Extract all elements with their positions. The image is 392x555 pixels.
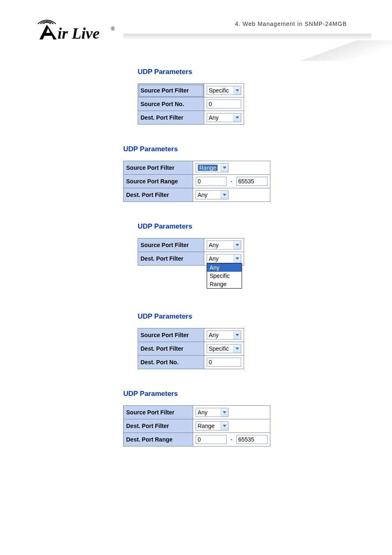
udp-panel-open-dropdown: UDP Parameters Source Port Filter Any De… <box>138 222 337 292</box>
cell-source-port-range: 0 <box>193 175 230 188</box>
cell-source-port-filter: Specific <box>204 84 244 97</box>
svg-text:ir Live: ir Live <box>58 25 99 42</box>
source-port-filter-select[interactable]: Range <box>196 163 228 172</box>
label-source-port-range: Source Port Range <box>124 175 193 188</box>
select-value: Any <box>209 332 219 338</box>
udp-panel-range-source: UDP Parameters Source Port Filter Range … <box>123 145 337 202</box>
label-dest-port-filter: Dest. Port Filter <box>138 111 204 125</box>
select-value: Any <box>198 409 208 416</box>
label-dest-port-filter: Dest. Port Filter <box>124 419 193 433</box>
source-port-range-high-input[interactable]: 65535 <box>236 177 267 186</box>
source-port-range-low-input[interactable]: 0 <box>196 177 227 186</box>
chevron-down-icon <box>221 408 228 416</box>
cell-source-port-filter: Any <box>204 328 244 342</box>
cell-source-port-filter: Any <box>204 238 244 252</box>
select-value: Any <box>209 242 219 248</box>
label-source-port-filter: Source Port Filter <box>124 161 193 175</box>
option-range[interactable]: Range <box>207 280 242 288</box>
brand-logo: ir Live ® <box>29 12 115 45</box>
source-port-filter-select[interactable]: Any <box>196 408 228 417</box>
source-port-no-input[interactable]: 0 <box>207 99 241 109</box>
chevron-down-icon <box>233 86 241 95</box>
select-value: Specific <box>209 87 229 94</box>
option-any[interactable]: Any <box>207 264 242 272</box>
dest-port-filter-select[interactable]: Any <box>207 254 241 263</box>
select-value: Range <box>198 164 218 171</box>
params-table: Source Port Filter Any Dest. Port Filter… <box>123 405 270 446</box>
dest-port-range-high-input[interactable]: 65535 <box>236 435 267 444</box>
label-dest-port-range: Dest. Port Range <box>124 433 193 446</box>
params-table: Source Port Filter Range Source Port Ran… <box>123 161 270 202</box>
header-divider <box>123 34 371 40</box>
label-source-port-filter: Source Port Filter <box>138 328 204 342</box>
content-area: UDP Parameters Source Port Filter Specif… <box>123 68 337 467</box>
label-source-port-no: Source Port No. <box>138 97 204 111</box>
chapter-header: 4. Web Management in SNMP-24MGB <box>235 21 347 27</box>
chevron-down-icon <box>221 164 228 172</box>
dest-port-filter-select[interactable]: Range <box>196 421 228 430</box>
cell-dest-port-filter: Any Any Specific Range <box>204 252 244 266</box>
select-value: Specific <box>209 345 229 352</box>
udp-panel-specific-source: UDP Parameters Source Port Filter Specif… <box>138 68 337 125</box>
header-accent <box>269 40 392 61</box>
dest-port-filter-select[interactable]: Any <box>196 190 228 199</box>
select-value: Any <box>209 114 219 121</box>
dest-port-no-input[interactable]: 0 <box>207 358 241 367</box>
params-table: Source Port Filter Any Dest. Port Filter… <box>138 238 244 266</box>
section-title: UDP Parameters <box>123 145 337 153</box>
label-dest-port-filter: Dest. Port Filter <box>138 342 204 356</box>
cell-dest-port-no: 0 <box>204 356 244 369</box>
params-table: Source Port Filter Specific Source Port … <box>138 83 244 125</box>
label-source-port-filter: Source Port Filter <box>138 84 204 97</box>
cell-source-port-no: 0 <box>204 97 244 111</box>
chevron-down-icon <box>233 241 241 249</box>
dest-port-filter-options[interactable]: Any Specific Range <box>207 263 242 289</box>
option-specific[interactable]: Specific <box>207 272 242 280</box>
chevron-down-icon <box>221 191 228 199</box>
label-source-port-filter: Source Port Filter <box>124 406 193 419</box>
udp-panel-specific-dest: UDP Parameters Source Port Filter Any De… <box>138 312 337 369</box>
document-page: 4. Web Management in SNMP-24MGB ir Live … <box>0 0 392 555</box>
cell-dest-port-range-high: 65535 <box>234 433 270 446</box>
select-value: Any <box>209 255 219 262</box>
source-port-filter-select[interactable]: Specific <box>207 86 241 95</box>
label-source-port-filter: Source Port Filter <box>138 238 204 252</box>
params-table: Source Port Filter Any Dest. Port Filter… <box>138 328 244 369</box>
section-title: UDP Parameters <box>138 68 337 76</box>
cell-dest-port-filter: Any <box>193 188 270 202</box>
label-dest-port-filter: Dest. Port Filter <box>124 188 193 202</box>
chevron-down-icon <box>233 331 241 339</box>
dest-port-filter-select[interactable]: Any <box>207 113 241 122</box>
section-title: UDP Parameters <box>123 390 337 398</box>
range-separator: - <box>229 175 234 188</box>
dest-port-range-low-input[interactable]: 0 <box>196 435 227 444</box>
label-dest-port-no: Dest. Port No. <box>138 356 204 369</box>
dest-port-filter-select[interactable]: Specific <box>207 344 241 353</box>
range-separator: - <box>229 433 234 446</box>
source-port-filter-select[interactable]: Any <box>207 331 241 340</box>
cell-dest-port-filter: Range <box>193 419 270 433</box>
cell-dest-port-range: 0 <box>193 433 230 446</box>
label-dest-port-filter: Dest. Port Filter <box>138 252 204 266</box>
section-title: UDP Parameters <box>138 312 337 321</box>
cell-source-port-filter: Any <box>193 406 270 419</box>
cell-source-port-range-high: 65535 <box>234 175 270 188</box>
select-value: Range <box>198 423 214 429</box>
chevron-down-icon <box>233 113 241 122</box>
chevron-down-icon <box>221 422 228 430</box>
source-port-filter-select[interactable]: Any <box>207 240 241 250</box>
cell-dest-port-filter: Specific <box>204 342 244 356</box>
chevron-down-icon <box>233 345 241 353</box>
cell-source-port-filter: Range <box>193 161 270 175</box>
select-value: Any <box>198 192 208 198</box>
svg-text:®: ® <box>111 26 115 32</box>
udp-panel-range-dest: UDP Parameters Source Port Filter Any De… <box>123 390 337 446</box>
chevron-down-icon <box>233 254 241 263</box>
cell-dest-port-filter: Any <box>204 111 244 125</box>
section-title: UDP Parameters <box>138 222 337 231</box>
